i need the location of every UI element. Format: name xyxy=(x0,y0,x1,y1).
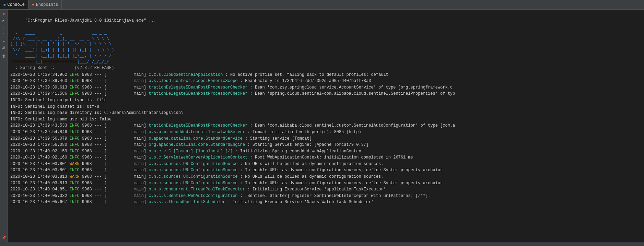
log-line: 2020-10-23 17:40:02.159 INFO 9968 --- [ … xyxy=(10,148,641,155)
log-line: 2020-10-23 17:39:39.613 INFO 9968 --- [ … xyxy=(10,84,641,91)
wrap-button[interactable]: ↞ xyxy=(1,38,7,44)
toolbar: ■ Console ● Endpoints xyxy=(0,0,644,10)
log-line: INFO: Sentinel log name use pid is: fals… xyxy=(10,116,641,123)
log-line: 2020-10-23 17:39:41.586 INFO 9968 --- [ … xyxy=(10,91,641,97)
endpoints-icon: ● xyxy=(32,3,34,7)
sidebar: ■ ▶ ⇧ ⇩ ↞ 🖶 🗑 📌 xyxy=(0,10,8,242)
log-line: 2020-10-23 17:39:54.846 INFO 9968 --- [ … xyxy=(10,129,641,136)
log-line: INFO: Sentinel log charset is: utf-8 xyxy=(10,104,641,110)
log-line: 2020-10-23 17:40:02.160 INFO 9968 --- [ … xyxy=(10,154,641,161)
log-container: 2020-10-23 17:39:34.962 INFO 9968 --- [ … xyxy=(10,72,641,206)
log-line: 2020-10-23 17:40:03.813 INFO 9968 --- [ … xyxy=(10,180,641,187)
bottom-bar xyxy=(0,242,644,246)
log-line: 2020-10-23 17:39:56.079 INFO 9968 --- [ … xyxy=(10,136,641,142)
log-line: INFO: Sentinel log base directory is: C:… xyxy=(10,110,641,116)
log-line: 2020-10-23 17:40:03.801 INFO 9968 --- [ … xyxy=(10,167,641,174)
scroll-down-button[interactable]: ⇩ xyxy=(1,32,7,37)
main-area: ■ ▶ ⇧ ⇩ ↞ 🖶 🗑 📌 "C:\Program Files\Java\j… xyxy=(0,10,644,242)
stop-button[interactable]: ■ xyxy=(1,11,7,16)
clear-button[interactable]: 🗑 xyxy=(1,54,7,59)
log-line: 2020-10-23 17:39:56.080 INFO 9968 --- [ … xyxy=(10,142,641,148)
log-line: 2020-10-23 17:40:05.032 INFO 9968 --- [ … xyxy=(10,193,641,199)
log-line: 2020-10-23 17:40:05.667 INFO 9968 --- [ … xyxy=(10,199,641,206)
command-line: "C:\Program Files\Java\jdk1.8.0_181\bin\… xyxy=(10,11,641,30)
pin-button[interactable]: 📌 xyxy=(1,235,7,241)
log-line: 2020-10-23 17:39:39.463 INFO 9968 --- [ … xyxy=(10,78,641,84)
rerun-button[interactable]: ▶ xyxy=(1,18,7,23)
tab-endpoints[interactable]: ● Endpoints xyxy=(28,0,62,9)
log-line: INFO: Sentinel log output type is: file xyxy=(10,97,641,104)
log-line: 2020-10-23 17:40:04.851 INFO 9968 --- [ … xyxy=(10,186,641,193)
spring-boot-line: :: Spring Boot :: (v2.3.2.RELEASE) xyxy=(10,66,641,70)
tab-endpoints-label: Endpoints xyxy=(36,2,58,7)
tab-console[interactable]: ■ Console xyxy=(0,0,28,9)
spring-ascii-art: . ____ _ __ _ _ /\\ / ___'_ __ _ _(_)_ _… xyxy=(10,30,641,65)
console-icon: ■ xyxy=(3,3,6,7)
log-line: 2020-10-23 17:40:03.813 WARN 9968 --- [ … xyxy=(10,174,641,180)
scroll-up-button[interactable]: ⇧ xyxy=(1,25,7,30)
log-line: 2020-10-23 17:40:03.801 WARN 9968 --- [ … xyxy=(10,161,641,167)
log-line: 2020-10-23 17:39:43.533 INFO 9968 --- [ … xyxy=(10,122,641,129)
console-area[interactable]: "C:\Program Files\Java\jdk1.8.0_181\bin\… xyxy=(8,10,644,242)
toolbar-tabs: ■ Console ● Endpoints xyxy=(0,0,62,9)
print-button[interactable]: 🖶 xyxy=(1,45,7,51)
log-line: 2020-10-23 17:39:34.962 INFO 9968 --- [ … xyxy=(10,72,641,78)
tab-console-label: Console xyxy=(8,2,25,7)
